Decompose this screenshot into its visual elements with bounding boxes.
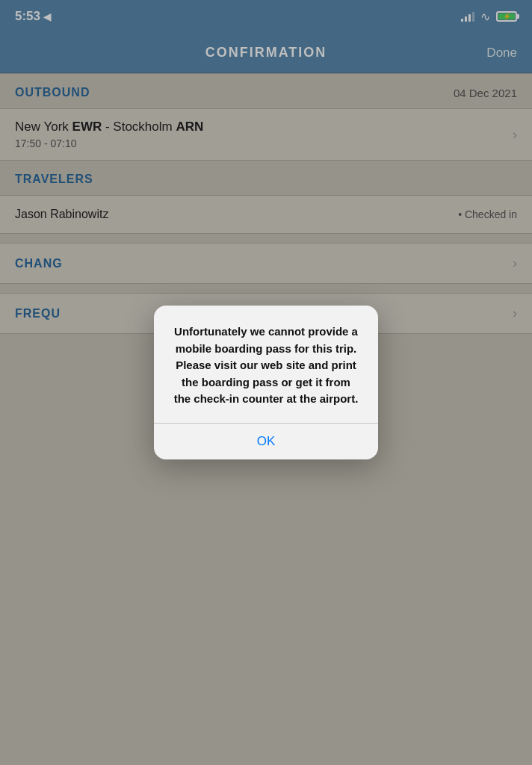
- modal-overlay: Unfortunately we cannot provide a mobile…: [0, 0, 532, 765]
- alert-modal: Unfortunately we cannot provide a mobile…: [154, 306, 378, 459]
- ok-button[interactable]: OK: [154, 424, 378, 459]
- ok-label: OK: [257, 434, 276, 448]
- modal-message: Unfortunately we cannot provide a mobile…: [172, 323, 360, 408]
- modal-body: Unfortunately we cannot provide a mobile…: [154, 306, 378, 423]
